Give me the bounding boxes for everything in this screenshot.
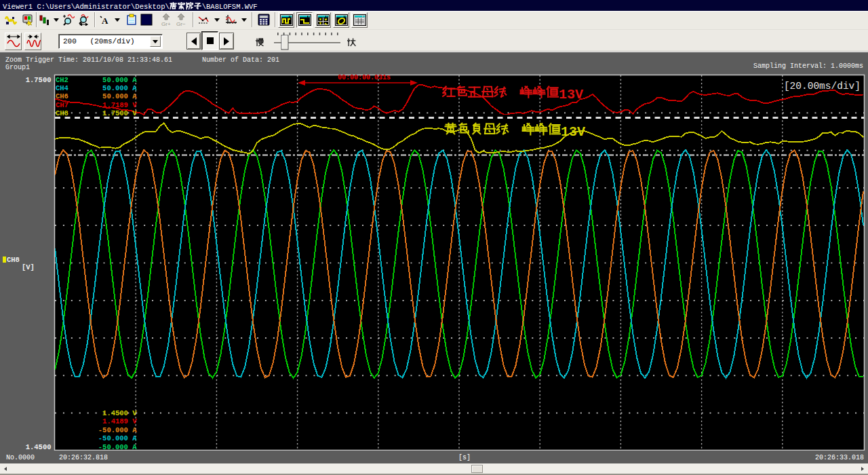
svg-text:-50.000 A: -50.000 A xyxy=(98,443,137,451)
svg-text:CH8: CH8 xyxy=(7,256,20,264)
svg-text:CH4: CH4 xyxy=(56,84,68,92)
svg-text:1.4189 V: 1.4189 V xyxy=(102,417,137,425)
svg-text:[V]: [V] xyxy=(22,263,35,271)
svg-text:-50.000 A: -50.000 A xyxy=(98,426,137,434)
svg-text:[20.00ms/div]: [20.00ms/div] xyxy=(784,81,861,92)
svg-text:CH2: CH2 xyxy=(56,76,68,84)
svg-text:Number of Data: 201: Number of Data: 201 xyxy=(202,56,279,64)
svg-text:1.4500 V: 1.4500 V xyxy=(102,409,137,417)
svg-text:1.7189 V: 1.7189 V xyxy=(102,101,137,109)
svg-text:A: A xyxy=(102,16,108,25)
svg-text:50.000 A: 50.000 A xyxy=(102,92,137,100)
svg-text:CH8: CH8 xyxy=(56,109,68,117)
svg-text:Group1: Group1 xyxy=(5,64,30,71)
svg-text:13V: 13V xyxy=(561,124,585,140)
svg-text:Zoom Trigger Time: 2011/10/08: Zoom Trigger Time: 2011/10/08 21:33:48.6… xyxy=(5,56,172,64)
svg-text:Sampling Interval: 1.0000ms: Sampling Interval: 1.0000ms xyxy=(753,62,863,70)
svg-text:1.4500: 1.4500 xyxy=(26,443,52,451)
svg-text:CH7: CH7 xyxy=(56,101,68,109)
svg-text:Gr+: Gr+ xyxy=(161,21,171,26)
svg-text:Gr−: Gr− xyxy=(176,21,186,26)
svg-text:00:00:00.031s: 00:00:00.031s xyxy=(338,74,391,81)
svg-text:50.000 A: 50.000 A xyxy=(102,84,137,92)
svg-text:1.7500: 1.7500 xyxy=(26,76,52,84)
svg-text:CH6: CH6 xyxy=(56,92,68,100)
svg-text:13V: 13V xyxy=(559,87,583,102)
svg-text:-50.000 A: -50.000 A xyxy=(98,434,137,442)
svg-text:50.000 A: 50.000 A xyxy=(102,76,137,84)
svg-text:1.7500 V: 1.7500 V xyxy=(102,109,137,117)
